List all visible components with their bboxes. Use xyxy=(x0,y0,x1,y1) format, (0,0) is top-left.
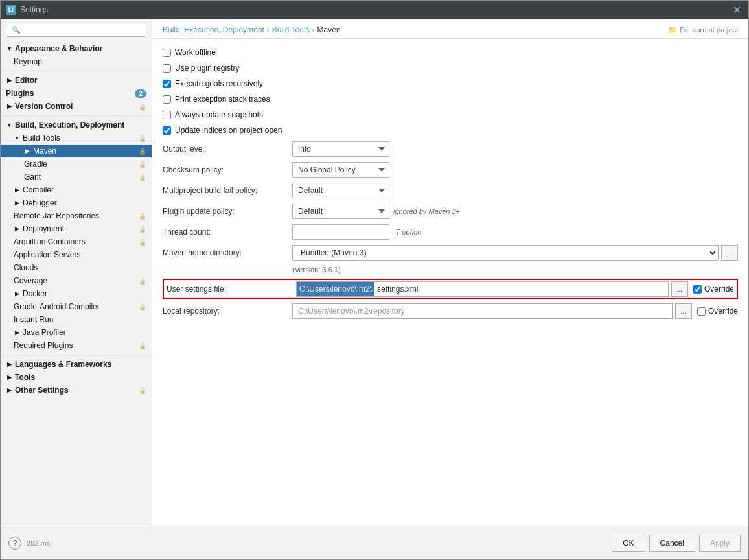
use-plugin-registry-checkbox[interactable] xyxy=(163,64,171,73)
cancel-button[interactable]: Cancel xyxy=(649,535,695,552)
checksum-policy-label: Checksum policy: xyxy=(163,165,292,174)
lock-icon: 🔒 xyxy=(139,342,146,349)
breadcrumb-sep-2: › xyxy=(312,25,315,34)
output-level-label: Output level: xyxy=(163,145,292,154)
always-update-snapshots-row: Always update snapshots xyxy=(163,109,738,121)
use-plugin-registry-label: Use plugin registry xyxy=(175,64,239,73)
lock-icon: 🔒 xyxy=(139,174,146,181)
sidebar-item-label: Appearance & Behavior xyxy=(15,44,102,53)
thread-count-input[interactable] xyxy=(292,224,389,240)
maven-home-select[interactable]: Bundled (Maven 3) xyxy=(292,245,719,261)
sidebar-item-debugger[interactable]: ▶ Debugger xyxy=(1,196,152,209)
lock-icon: 🔒 xyxy=(139,387,146,394)
sidebar-item-build-execution-deployment[interactable]: ▾ Build, Execution, Deployment xyxy=(1,119,152,132)
work-offline-checkbox[interactable] xyxy=(163,49,171,57)
title-bar-left: IJ Settings xyxy=(6,5,48,15)
close-button[interactable]: ✕ xyxy=(730,3,743,16)
maven-home-browse-button[interactable]: ... xyxy=(721,245,738,261)
apply-button[interactable]: Apply xyxy=(699,535,741,552)
sidebar-item-build-tools[interactable]: ▾ Build Tools 🔒 xyxy=(1,132,152,145)
sidebar-item-label: Instant Run xyxy=(14,315,53,324)
expand-arrow: ▶ xyxy=(6,103,12,110)
user-settings-override-checkbox[interactable] xyxy=(693,285,702,294)
expand-arrow: ▶ xyxy=(24,148,30,154)
work-offline-label: Work offline xyxy=(175,48,216,57)
breadcrumb-build-tools[interactable]: Build Tools xyxy=(272,25,310,34)
user-settings-path-input[interactable] xyxy=(374,282,477,296)
sidebar-item-label: Gradle-Android Compiler xyxy=(14,302,100,311)
local-repository-override-checkbox[interactable] xyxy=(697,307,706,316)
sidebar-item-plugins[interactable]: Plugins 2 xyxy=(1,87,152,100)
sidebar-item-required-plugins[interactable]: Required Plugins 🔒 xyxy=(1,339,152,352)
lock-icon: 🔒 xyxy=(139,226,146,233)
sidebar-item-docker[interactable]: ▶ Docker xyxy=(1,287,152,300)
sidebar-item-label: Clouds xyxy=(14,263,38,272)
sidebar-item-gradle-android[interactable]: Gradle-Android Compiler 🔒 xyxy=(1,300,152,313)
maven-home-value: Bundled (Maven 3) ... xyxy=(292,245,738,261)
local-repository-input[interactable] xyxy=(292,303,673,319)
checksum-policy-row: Checksum policy: No Global Policy xyxy=(163,162,738,178)
expand-arrow: ▾ xyxy=(14,135,20,141)
always-update-snapshots-checkbox[interactable] xyxy=(163,111,171,119)
local-repository-browse-button[interactable]: ... xyxy=(675,303,692,319)
sidebar-item-label: Other Settings xyxy=(15,386,69,395)
window-title: Settings xyxy=(20,5,48,14)
expand-arrow: ▶ xyxy=(6,361,12,368)
expand-arrow: ▶ xyxy=(14,187,20,193)
sidebar-item-clouds[interactable]: Clouds xyxy=(1,261,152,274)
sidebar-item-compiler[interactable]: ▶ Compiler xyxy=(1,183,152,196)
sidebar-item-gant[interactable]: Gant 🔒 xyxy=(1,170,152,183)
sidebar-item-label: Debugger xyxy=(23,198,57,207)
sidebar-item-remote-jar[interactable]: Remote Jar Repositories 🔒 xyxy=(1,209,152,222)
sidebar-item-arquillian[interactable]: Arquillian Containers 🔒 xyxy=(1,235,152,248)
ok-button[interactable]: OK xyxy=(612,535,645,552)
always-update-label: Always update snapshots xyxy=(175,110,263,119)
expand-arrow: ▶ xyxy=(6,387,12,393)
sidebar-item-appearance-behavior[interactable]: ▾ Appearance & Behavior xyxy=(1,42,152,55)
sidebar-item-languages-frameworks[interactable]: ▶ Languages & Frameworks xyxy=(1,358,152,371)
lock-icon: 🔒 xyxy=(139,103,146,110)
sidebar-item-application-servers[interactable]: Application Servers xyxy=(1,248,152,261)
sidebar-item-java-profiler[interactable]: ▶ Java Profiler xyxy=(1,326,152,339)
update-indices-checkbox[interactable] xyxy=(163,126,171,135)
local-repository-row: Local repository: ... Override xyxy=(163,303,738,319)
sidebar-item-coverage[interactable]: Coverage 🔒 xyxy=(1,274,152,287)
sidebar-item-instant-run[interactable]: Instant Run xyxy=(1,313,152,326)
sidebar-item-label: Build Tools xyxy=(23,134,60,143)
print-exception-checkbox[interactable] xyxy=(163,95,171,104)
sidebar-item-tools[interactable]: ▶ Tools xyxy=(1,371,152,384)
search-box[interactable]: 🔍 xyxy=(6,23,146,37)
sidebar-item-deployment[interactable]: ▶ Deployment 🔒 xyxy=(1,222,152,235)
sidebar-item-label: Maven xyxy=(33,146,56,156)
search-input[interactable] xyxy=(23,25,141,34)
lock-icon: 🔒 xyxy=(139,161,146,168)
lock-icon: 🔒 xyxy=(139,277,146,285)
sidebar-item-other-settings[interactable]: ▶ Other Settings 🔒 xyxy=(1,384,152,397)
lock-icon: 🔒 xyxy=(139,239,146,246)
output-level-select[interactable]: Info xyxy=(292,141,389,157)
plugin-update-policy-select[interactable]: Default xyxy=(292,204,389,219)
expand-arrow: ▶ xyxy=(14,226,20,232)
plugin-update-policy-value: Default ignored by Maven 3+ xyxy=(292,204,738,219)
sidebar-item-label: Gant xyxy=(24,172,41,181)
user-settings-browse-button[interactable]: ... xyxy=(671,281,688,297)
sidebar-item-label: Gradle xyxy=(24,159,47,169)
sidebar-item-label: Coverage xyxy=(14,276,47,285)
checksum-policy-select[interactable]: No Global Policy xyxy=(292,162,389,178)
user-settings-file-label: User settings file: xyxy=(167,285,296,294)
help-button[interactable]: ? xyxy=(8,537,21,550)
sidebar-item-gradle[interactable]: Gradle 🔒 xyxy=(1,158,152,170)
sidebar-item-keymap[interactable]: Keymap xyxy=(1,55,152,68)
thread-count-note: -T option xyxy=(393,228,421,236)
sidebar-item-version-control[interactable]: ▶ Version Control 🔒 xyxy=(1,100,152,113)
multiproject-policy-select[interactable]: Default xyxy=(292,183,389,198)
lock-icon: 🔒 xyxy=(139,213,146,220)
title-bar: IJ Settings ✕ xyxy=(1,1,748,19)
execute-goals-recursively-checkbox[interactable] xyxy=(163,80,171,88)
lock-icon: 🔒 xyxy=(139,135,146,142)
sidebar-item-maven[interactable]: ▶ Maven 🔒 xyxy=(1,145,152,158)
thread-count-row: Thread count: -T option xyxy=(163,224,738,240)
breadcrumb-build-execution[interactable]: Build, Execution, Deployment xyxy=(163,25,264,34)
user-settings-path-prefix: C:\Users\lenovo\.m2\ xyxy=(297,282,374,296)
sidebar-item-editor[interactable]: ▶ Editor xyxy=(1,74,152,87)
